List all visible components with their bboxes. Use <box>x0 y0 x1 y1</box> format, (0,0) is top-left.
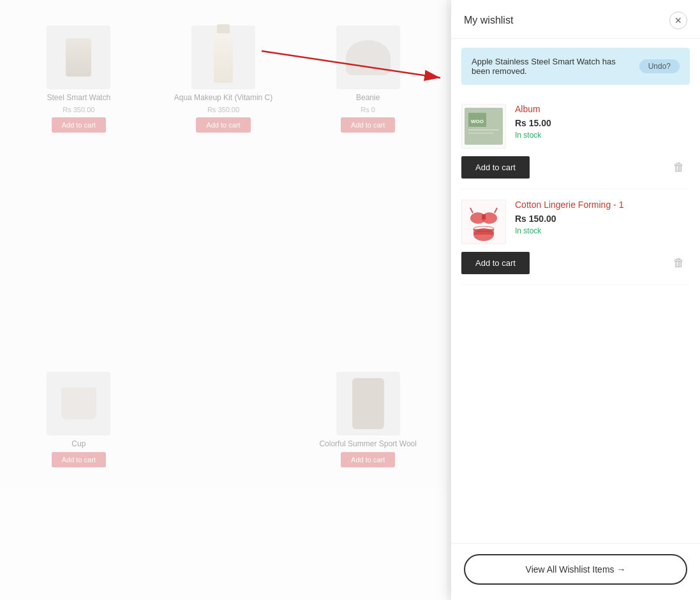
bg-product-5: Colorful Summer Sport Wool Add to cart <box>302 372 434 574</box>
bg-add-btn-3[interactable]: Add to cart <box>341 117 395 133</box>
item-stock-lingerie: In stock <box>515 226 690 235</box>
item-price-lingerie: Rs 150.00 <box>515 214 690 224</box>
notification-banner: Apple Stainless Steel Smart Watch has be… <box>461 48 690 85</box>
panel-footer: View All Wishlist Items → <box>451 543 700 600</box>
wishlist-panel: My wishlist ✕ Apple Stainless Steel Smar… <box>451 0 700 600</box>
item-details-lingerie: Cotton Lingerie Forming - 1 Rs 150.00 In… <box>515 200 690 244</box>
item-name-lingerie: Cotton Lingerie Forming - 1 <box>515 200 690 210</box>
album-cover-svg: WOO <box>465 108 503 145</box>
bg-add-btn-1[interactable]: Add to cart <box>52 117 106 133</box>
panel-title: My wishlist <box>464 15 513 26</box>
bg-product-4: Cup Add to cart <box>13 372 145 574</box>
bg-product-3: Beanie Rs 0 Add to cart <box>302 26 434 240</box>
bg-product-price-3: Rs 0 <box>361 106 375 113</box>
bg-add-btn-2[interactable]: Add to cart <box>196 117 250 133</box>
item-image-lingerie <box>461 200 506 244</box>
bg-add-btn-4[interactable]: Add to cart <box>52 452 106 467</box>
bg-product-name-5: Colorful Summer Sport Wool <box>319 439 417 448</box>
item-price-album: Rs 15.00 <box>515 118 690 128</box>
add-to-cart-album-button[interactable]: Add to cart <box>461 156 530 179</box>
delete-lingerie-button[interactable]: 🗑 <box>668 254 690 272</box>
item-actions-lingerie: Add to cart 🗑 <box>461 252 690 274</box>
item-details-album: Album Rs 15.00 In stock <box>515 104 690 149</box>
bg-product-1: Steel Smart Watch Rs 350.00 Add to cart <box>13 26 145 240</box>
trash-icon-lingerie: 🗑 <box>673 256 685 269</box>
background-shop: Steel Smart Watch Rs 350.00 Add to cart … <box>0 0 447 600</box>
wishlist-items-container: WOO Album Rs 15.00 In stock Add to cart … <box>451 87 700 543</box>
close-button[interactable]: ✕ <box>669 11 687 29</box>
item-image-album: WOO <box>461 104 506 149</box>
bg-product-price-2: Rs 350.00 <box>207 106 239 113</box>
lingerie-product-svg <box>464 201 503 243</box>
notification-message: Apple Stainless Steel Smart Watch has be… <box>472 57 633 76</box>
bg-product-name-4: Cup <box>71 439 86 448</box>
wishlist-item-lingerie: Cotton Lingerie Forming - 1 Rs 150.00 In… <box>461 189 690 285</box>
item-top-lingerie: Cotton Lingerie Forming - 1 Rs 150.00 In… <box>461 200 690 244</box>
bg-product-2: Aqua Makeup Kit (Vitamin C) Rs 350.00 Ad… <box>158 26 290 240</box>
item-name-album: Album <box>515 104 690 114</box>
wishlist-item-album: WOO Album Rs 15.00 In stock Add to cart … <box>461 94 690 189</box>
svg-rect-6 <box>468 133 494 134</box>
bg-product-name-2: Aqua Makeup Kit (Vitamin C) <box>174 93 273 102</box>
item-actions-album: Add to cart 🗑 <box>461 156 690 179</box>
bg-add-btn-5[interactable]: Add to cart <box>341 452 395 467</box>
svg-text:WOO: WOO <box>471 119 484 124</box>
add-to-cart-lingerie-button[interactable]: Add to cart <box>461 252 530 274</box>
undo-button[interactable]: Undo? <box>639 59 680 73</box>
trash-icon-album: 🗑 <box>673 161 685 173</box>
bg-product-name-3: Beanie <box>356 93 380 102</box>
panel-header: My wishlist ✕ <box>451 0 700 39</box>
bg-product-name-1: Steel Smart Watch <box>47 93 111 102</box>
close-icon: ✕ <box>674 15 682 26</box>
svg-rect-5 <box>468 129 499 131</box>
view-all-wishlist-button[interactable]: View All Wishlist Items → <box>464 554 687 585</box>
svg-rect-10 <box>482 214 486 219</box>
item-stock-album: In stock <box>515 131 690 140</box>
delete-album-button[interactable]: 🗑 <box>668 158 690 177</box>
item-top-album: WOO Album Rs 15.00 In stock <box>461 104 690 149</box>
bg-product-price-1: Rs 350.00 <box>63 106 94 113</box>
